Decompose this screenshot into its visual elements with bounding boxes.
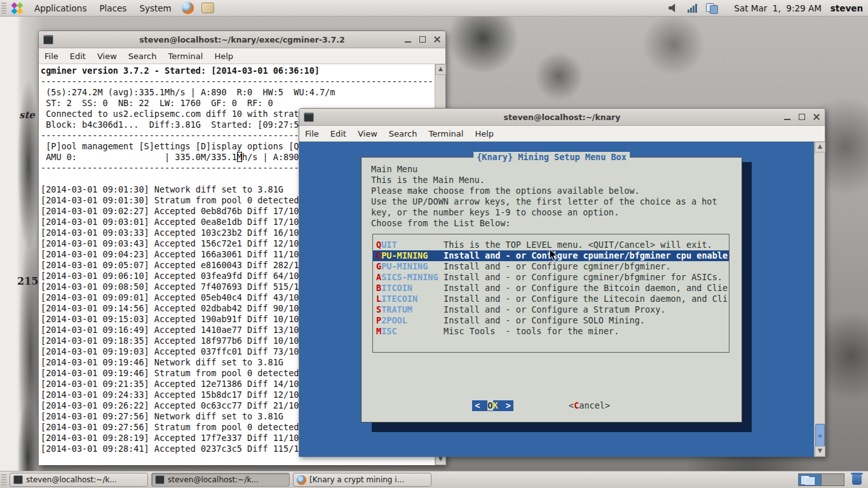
taskbar-item-knary[interactable]: steven@localhost:~/k... (151, 473, 290, 487)
firefox-icon (297, 475, 306, 485)
places-menu[interactable]: Places (93, 1, 133, 15)
minimize-button[interactable] (403, 35, 412, 44)
mining-setup-dialog: {Knary} Mining Setup Menu Box Main MenuT… (361, 157, 742, 423)
window-title: steven@localhost:~/knary/exec/cgminer-3.… (139, 35, 344, 44)
clock[interactable]: Sat Mar 1, 9:29 AM (734, 3, 821, 13)
menu-search[interactable]: Search (123, 50, 163, 63)
workspace-1[interactable] (799, 474, 821, 485)
menu-file[interactable]: File (39, 50, 64, 63)
minimize-button[interactable] (783, 112, 792, 121)
menu-file[interactable]: File (299, 127, 325, 140)
knary-menubar: File Edit View Search Terminal Help (299, 126, 825, 142)
terminal-icon (155, 475, 165, 484)
cgminer-titlebar[interactable]: steven@localhost:~/knary/exec/cgminer-3.… (39, 31, 445, 48)
cgminer-menubar: File Edit View Search Terminal Help (39, 48, 445, 64)
mouse-cursor (549, 248, 559, 264)
package-launcher-icon[interactable] (201, 3, 214, 13)
close-button[interactable] (812, 112, 821, 121)
taskbar-item-cgminer[interactable]: steven@localhost:~/k... (10, 473, 148, 487)
menu-edit[interactable]: Edit (64, 50, 92, 63)
dialog-text-line: key, or the number keys 1-9 to choose an… (371, 207, 742, 218)
menu-terminal[interactable]: Terminal (162, 50, 208, 63)
volume-icon[interactable] (668, 4, 679, 13)
window-title: steven@localhost:~/knary (504, 112, 621, 122)
wallpaper-text-fragment: 215 (17, 275, 38, 287)
fg-scrollbar[interactable]: ▲ ≡ ▼ (814, 142, 825, 457)
menu-view[interactable]: View (92, 50, 123, 63)
top-panel: Applications Places System Sat Mar 1, 9:… (0, 0, 868, 17)
dialog-text-line: Use the UP/DOWN arrow keys, the first le… (371, 196, 742, 207)
panel-grip[interactable] (1, 3, 6, 14)
menu-help[interactable]: Help (208, 50, 239, 63)
close-button[interactable] (433, 35, 442, 44)
taskbar-label: [Knary a crypt mining i... (309, 475, 404, 484)
scroll-up-icon[interactable]: ▲ (435, 64, 446, 75)
dialog-text-line: Main Menu (371, 164, 742, 175)
cancel-button[interactable]: <Cancel> (569, 400, 610, 411)
maximize-button[interactable] (797, 112, 806, 121)
dialog-text-line: This is the Main Menu. (371, 175, 742, 186)
applications-menu[interactable]: Applications (28, 1, 93, 15)
menu-item-stratum[interactable]: STRATUMInstall and - or Configure a Stra… (373, 304, 729, 315)
terminal-cursor: M (237, 152, 242, 162)
distro-menu-icon[interactable] (11, 3, 23, 14)
menu-search[interactable]: Search (383, 127, 423, 140)
wallpaper-text-fragment: ste (19, 109, 35, 121)
terminal-icon (13, 475, 23, 484)
menu-item-bitcoin[interactable]: BITCOINInstall and - or Configure the Bi… (373, 283, 729, 294)
fg-terminal-screen[interactable]: {Knary} Mining Setup Menu Box Main MenuT… (299, 142, 814, 457)
workspace-2[interactable] (821, 474, 844, 485)
dialog-text-line: Choose from the List Below: (371, 218, 742, 229)
dialog-title: {Knary} Mining Setup Menu Box (473, 152, 630, 162)
terminal-line: ----------------------------------------… (41, 76, 435, 87)
workspace-switcher[interactable] (798, 473, 844, 486)
window-knary: steven@localhost:~/knary File Edit View … (299, 108, 825, 457)
menu-edit[interactable]: Edit (325, 127, 352, 140)
terminal-line: cgminer version 3.7.2 - Started: [2014-0… (41, 65, 435, 76)
signal-bars-icon[interactable] (688, 4, 697, 13)
scrollbar-thumb[interactable]: ≡ (815, 424, 825, 448)
dialog-text-line: Please make choose from the options avai… (371, 186, 742, 196)
knary-titlebar[interactable]: steven@localhost:~/knary (299, 109, 825, 126)
terminal-line: (5s):274.2M (avg):335.1Mh/s | A:890 R:0 … (41, 87, 435, 98)
ok-button[interactable]: <OK> (472, 400, 513, 411)
network-icon[interactable] (706, 3, 719, 13)
menu-item-misc[interactable]: MISCMisc Tools - tools for the miner. (373, 326, 729, 337)
menu-terminal[interactable]: Terminal (423, 127, 469, 140)
menu-item-asics-mining[interactable]: ASICS-MININGInstall and - or Configure c… (373, 272, 729, 283)
menu-item-litecoin[interactable]: LITECOINInstall and - or Configure the L… (373, 294, 729, 304)
dialog-intro: Main MenuThis is the Main Menu.Please ma… (362, 158, 742, 229)
firefox-launcher-icon[interactable] (182, 2, 194, 14)
scroll-down-icon[interactable]: ▼ (815, 446, 825, 457)
menu-view[interactable]: View (352, 127, 383, 140)
taskbar-label: steven@localhost:~/k... (26, 475, 117, 484)
terminal-icon (304, 112, 314, 122)
trash-icon[interactable] (852, 475, 862, 485)
menu-item-p2pool[interactable]: P2POOLInstall and - or Configure SOLO Mi… (373, 315, 729, 326)
terminal-line: ST: 2 SS: 0 NB: 22 LW: 1760 GF: 0 RF: 0 (41, 98, 435, 109)
system-menu[interactable]: System (133, 1, 177, 15)
terminal-icon (43, 35, 53, 44)
taskbar-label: steven@localhost:~/k... (168, 475, 259, 484)
scroll-up-icon[interactable]: ▲ (815, 142, 825, 152)
maximize-button[interactable] (418, 35, 427, 44)
taskbar-item-browser[interactable]: [Knary a crypt mining i... (293, 473, 431, 487)
system-tray (668, 3, 719, 13)
taskbar: steven@localhost:~/k... steven@localhost… (0, 471, 868, 488)
taskbar-grip[interactable] (1, 474, 6, 485)
menu-help[interactable]: Help (469, 127, 499, 140)
user-name[interactable]: steven (831, 3, 863, 13)
